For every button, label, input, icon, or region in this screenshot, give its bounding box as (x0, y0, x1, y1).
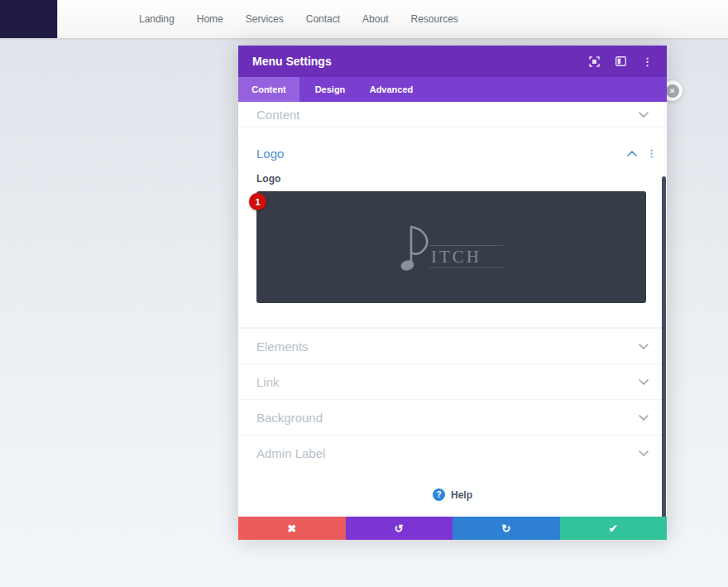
undo-icon: ↺ (395, 523, 404, 534)
section-toggle-content[interactable]: Content (238, 102, 667, 128)
menu-settings-modal: Menu Settings ⋮ Content Design Advanced … (238, 46, 667, 540)
help-label: Help (451, 489, 472, 501)
section-logo-expanded: Logo ⋮ Logo 1 (238, 128, 667, 328)
site-header: Landing Home Services Contact About Reso… (0, 0, 728, 38)
settings-tab-bar: Content Design Advanced (238, 77, 667, 102)
redo-icon: ↻ (501, 523, 510, 534)
section-toggle-link[interactable]: Link (238, 363, 667, 399)
tab-content[interactable]: Content (238, 77, 299, 102)
chevron-down-icon (639, 415, 649, 421)
save-button[interactable]: ✔ (560, 517, 668, 540)
nav-item-about[interactable]: About (362, 13, 388, 25)
logo-image-preview[interactable]: ITCH (256, 191, 646, 303)
section-label: Link (256, 375, 280, 389)
check-icon: ✔ (609, 523, 618, 534)
modal-footer: ✖ ↺ ↻ ✔ (238, 517, 667, 540)
nav-item-home[interactable]: Home (197, 13, 223, 25)
undo-button[interactable]: ↺ (346, 517, 453, 540)
discard-button[interactable]: ✖ (238, 517, 346, 540)
chevron-down-icon (639, 112, 649, 118)
change-count-badge: 1 (249, 193, 266, 210)
section-toggle-elements[interactable]: Elements (238, 328, 667, 363)
modal-header: Menu Settings ⋮ (238, 46, 667, 77)
modal-body: Content Logo ⋮ Logo 1 (238, 102, 667, 517)
pitch-logo: ITCH (400, 222, 503, 273)
site-logo-placeholder (0, 0, 58, 38)
chevron-down-icon (639, 344, 649, 349)
section-toggle-background[interactable]: Background (238, 399, 667, 435)
nav-item-contact[interactable]: Contact (306, 13, 340, 25)
modal-scrollbar[interactable] (662, 176, 666, 517)
nav-item-resources[interactable]: Resources (410, 13, 457, 25)
tab-advanced[interactable]: Advanced (361, 77, 422, 102)
section-label: Logo (256, 147, 284, 161)
nav-item-landing[interactable]: Landing (139, 13, 175, 25)
help-link[interactable]: ? Help (238, 470, 667, 501)
logo-text: ITCH (429, 245, 503, 268)
section-label: Background (256, 411, 323, 425)
chevron-down-icon (639, 379, 649, 385)
section-label: Admin Label (256, 446, 325, 460)
question-mark-icon: ? (433, 488, 445, 501)
x-icon: ✖ (287, 523, 296, 534)
section-options-icon[interactable]: ⋮ (647, 149, 656, 158)
section-label: Content (256, 108, 300, 122)
more-options-icon[interactable]: ⋮ (642, 56, 653, 67)
close-icon: ✕ (666, 84, 679, 98)
logo-field-label: Logo (238, 165, 667, 191)
tab-design[interactable]: Design (299, 77, 361, 102)
chevron-up-icon (627, 151, 637, 156)
nav-item-services[interactable]: Services (246, 13, 284, 25)
section-toggle-logo[interactable]: Logo ⋮ (238, 142, 667, 165)
redo-button[interactable]: ↻ (453, 517, 560, 540)
section-toggle-admin-label[interactable]: Admin Label (238, 435, 667, 470)
site-nav: Landing Home Services Contact About Reso… (0, 13, 458, 25)
split-view-icon[interactable] (615, 56, 626, 66)
section-label: Elements (256, 339, 309, 354)
chevron-down-icon (639, 450, 649, 456)
modal-title: Menu Settings (252, 55, 589, 68)
focus-mode-icon[interactable] (589, 56, 600, 67)
